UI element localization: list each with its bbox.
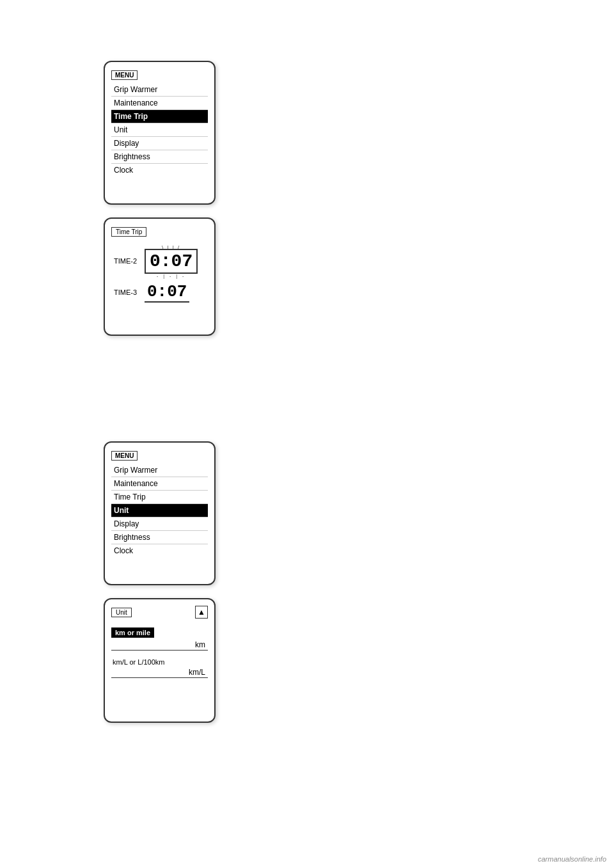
- time3-row: TIME-3 0:07: [111, 282, 208, 303]
- menu-item-brightness-1[interactable]: Brightness: [111, 150, 208, 164]
- fuel-label: km/L or L/100km: [111, 657, 208, 667]
- time2-label: TIME-2: [114, 257, 145, 265]
- up-arrow-icon[interactable]: ▲: [195, 606, 208, 619]
- unit-header-row: Unit ▲: [111, 606, 208, 619]
- time2-row: TIME-2 \ | | / 0:07 - | - | -: [111, 244, 208, 277]
- unit-section-fuel: km/L or L/100km km/L: [111, 657, 208, 678]
- menu-item-display-1[interactable]: Display: [111, 137, 208, 150]
- fuel-value: km/L: [111, 668, 208, 678]
- menu-item-maintenance-1[interactable]: Maintenance: [111, 97, 208, 110]
- panel-timetrip-display: Time Trip TIME-2 \ | | / 0:07 - | - | - …: [104, 217, 216, 336]
- menu-item-grip-warmer-3[interactable]: Grip Warmer: [111, 464, 208, 477]
- time3-label: TIME-3: [114, 288, 145, 296]
- km-mile-title: km or mile: [111, 627, 154, 638]
- panel-menu-unit: MENU Grip Warmer Maintenance Time Trip U…: [104, 441, 216, 585]
- menu-item-timetrip-1[interactable]: Time Trip: [111, 110, 208, 123]
- panel-unit-settings: Unit ▲ km or mile km km/L or L/100km km/…: [104, 598, 216, 723]
- menu-item-timetrip-3[interactable]: Time Trip: [111, 491, 208, 504]
- unit-badge: Unit: [111, 608, 132, 617]
- time2-value: 0:07: [145, 249, 198, 274]
- menu-item-unit-3[interactable]: Unit: [111, 504, 208, 517]
- menu-item-display-3[interactable]: Display: [111, 517, 208, 531]
- menu-item-clock-3[interactable]: Clock: [111, 544, 208, 557]
- time3-value: 0:07: [145, 282, 189, 303]
- timetrip-header: Time Trip: [111, 227, 146, 237]
- panel-menu-timetrip: MENU Grip Warmer Maintenance Time Trip U…: [104, 61, 216, 205]
- menu-item-clock-1[interactable]: Clock: [111, 164, 208, 177]
- menu-item-grip-warmer-1[interactable]: Grip Warmer: [111, 83, 208, 97]
- menu-item-brightness-3[interactable]: Brightness: [111, 531, 208, 544]
- km-mile-value: km: [111, 640, 208, 651]
- page-container: MENU Grip Warmer Maintenance Time Trip U…: [0, 0, 614, 868]
- unit-section-km-mile: km or mile km: [111, 626, 208, 651]
- tick-marks-below: - | - | -: [145, 274, 198, 278]
- watermark: carmanualsonline.info: [538, 855, 606, 863]
- menu-badge-3: MENU: [111, 451, 138, 461]
- time2-value-container: \ | | / 0:07 - | - | -: [145, 244, 198, 277]
- menu-badge-1: MENU: [111, 70, 138, 80]
- menu-item-maintenance-3[interactable]: Maintenance: [111, 477, 208, 491]
- menu-item-unit-1[interactable]: Unit: [111, 123, 208, 137]
